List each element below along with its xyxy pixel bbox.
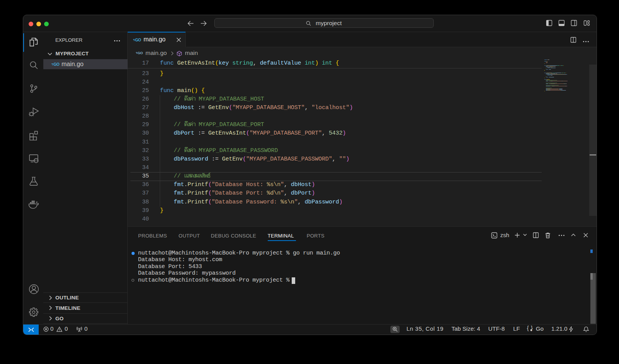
- svg-text:GO: GO: [138, 51, 143, 55]
- svg-text:GO: GO: [53, 62, 59, 67]
- svg-text:GO: GO: [135, 38, 141, 42]
